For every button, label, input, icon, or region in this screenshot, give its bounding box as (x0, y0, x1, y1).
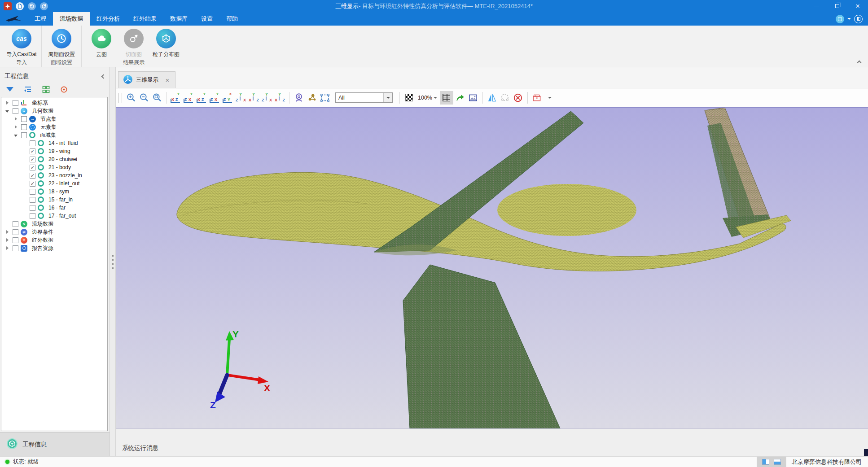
view-iso-1-icon[interactable] (235, 92, 247, 104)
camera-icon[interactable] (293, 91, 305, 105)
collapse-panel-icon[interactable] (101, 74, 106, 79)
expand-arrow-icon[interactable] (4, 229, 10, 235)
outline-list-icon[interactable] (23, 85, 32, 94)
tree-item-face-22-inlet-out[interactable]: 22 - inlet_out (1, 179, 107, 188)
tree-item-face-16-far[interactable]: 16 - far (1, 204, 107, 212)
3d-viewport[interactable]: Y X Z (116, 108, 868, 428)
theme-dropdown-icon[interactable] (847, 18, 851, 22)
mesh-toggle-button[interactable] (440, 91, 453, 105)
export-dropdown-icon[interactable] (544, 91, 556, 105)
redo-view-icon[interactable] (454, 91, 466, 105)
contour-plot-button[interactable]: 云图 (85, 26, 118, 58)
app-icon[interactable] (4, 2, 12, 10)
checkbox[interactable] (30, 205, 35, 211)
mirror-icon[interactable] (486, 91, 498, 105)
tree-item-face-15-far-in[interactable]: 15 - far_in (1, 196, 107, 204)
checkbox[interactable] (13, 237, 18, 243)
tree-item-infrared-data[interactable]: 红外数据 (1, 236, 107, 244)
tree-item-report-resources[interactable]: 报告资源 (1, 244, 107, 252)
snapshot-icon[interactable] (467, 91, 479, 105)
box-select-icon[interactable] (319, 91, 331, 105)
new-document-button[interactable] (16, 2, 24, 10)
theme-button[interactable] (836, 15, 844, 23)
particle-distribution-button[interactable]: 粒子分布图 (150, 26, 182, 58)
checkbox[interactable] (13, 108, 18, 114)
tree-item-face-set[interactable]: 面域集 (1, 131, 107, 139)
redo-button[interactable] (40, 2, 48, 10)
minimize-button[interactable] (806, 0, 827, 12)
expand-arrow-icon[interactable] (4, 237, 10, 243)
collapse-ribbon-button[interactable] (856, 60, 862, 64)
menu-item-infrared-analysis[interactable]: 红外分析 (90, 12, 127, 26)
restore-button[interactable] (827, 0, 847, 12)
tab-3d-view[interactable]: 三维显示 (118, 71, 175, 88)
checkbox[interactable] (30, 140, 35, 146)
undo-button[interactable] (28, 2, 36, 10)
view-right-icon[interactable] (209, 92, 221, 104)
tree-item-face-21-body[interactable]: 21 - body (1, 163, 107, 171)
panel-splitter[interactable] (110, 67, 116, 456)
view-top-icon[interactable] (222, 92, 234, 104)
menu-item-flow-field-data[interactable]: 流场数据 (53, 12, 90, 26)
zoom-in-icon[interactable] (125, 91, 137, 105)
tree-item-face-17-far-out[interactable]: 17 - far_out (1, 212, 107, 220)
export-box-icon[interactable] (531, 91, 543, 105)
tree-item-face-14-int-fluid[interactable]: 14 - int_fluid (1, 139, 107, 147)
toolbar-grip[interactable] (118, 93, 122, 103)
combo-dropdown-button[interactable] (383, 93, 392, 102)
import-cas-dat-button[interactable]: cas导入Cas/Dat (5, 26, 38, 58)
display-filter-select[interactable]: All (335, 92, 393, 103)
tree-item-element-set[interactable]: 元素集 (1, 123, 107, 131)
menu-item-infrared-results[interactable]: 红外结果 (127, 12, 163, 26)
checkbox[interactable] (13, 245, 18, 251)
filter-icon[interactable] (5, 85, 14, 94)
close-button[interactable] (847, 0, 868, 12)
expand-arrow-icon[interactable] (4, 245, 10, 251)
checkbox[interactable] (13, 221, 18, 227)
tree-item-face-18-sym[interactable]: 18 - sym (1, 188, 107, 196)
tree-item-boundary-conditions[interactable]: 边界条件 (1, 228, 107, 236)
checkbox[interactable] (30, 148, 35, 154)
tree-item-coordinate-system[interactable]: 坐标系 (1, 99, 107, 107)
menu-item-help[interactable]: 帮助 (219, 12, 245, 26)
expand-arrow-icon[interactable] (4, 100, 10, 106)
zoom-fit-icon[interactable] (151, 91, 163, 105)
view-iso-2-icon[interactable] (248, 92, 260, 104)
transparency-checker-icon[interactable] (403, 91, 415, 105)
view-front-icon[interactable] (170, 92, 182, 104)
checkbox[interactable] (21, 132, 27, 138)
tree-item-face-19-wing[interactable]: 19 - wing (1, 147, 107, 155)
close-tab-icon[interactable] (164, 77, 171, 83)
menu-item-database[interactable]: 数据库 (163, 12, 194, 26)
expand-arrow-icon[interactable] (13, 124, 19, 130)
view-left-icon[interactable] (196, 92, 208, 104)
panel-bottom-bar[interactable]: 工程信息 (0, 432, 110, 456)
checkbox[interactable] (30, 197, 35, 203)
view-iso-4-icon[interactable] (274, 92, 286, 104)
lasso-icon[interactable] (499, 91, 511, 105)
menu-item-project[interactable]: 工程 (28, 12, 53, 26)
tree-item-face-23-nozzle-in[interactable]: 23 - nozzle_in (1, 171, 107, 179)
checkbox[interactable] (21, 124, 27, 130)
zoom-out-icon[interactable] (138, 91, 150, 105)
checkbox[interactable] (30, 157, 35, 162)
layout-left-panel-icon[interactable] (762, 459, 769, 465)
view-iso-3-icon[interactable] (261, 92, 273, 104)
tree-item-geometry-data[interactable]: 几何数据 (1, 107, 107, 115)
menu-item-settings[interactable]: 设置 (194, 12, 219, 26)
expand-arrow-icon[interactable] (13, 116, 19, 122)
checkbox[interactable] (13, 100, 18, 106)
target-icon[interactable] (59, 85, 68, 94)
checkbox[interactable] (21, 116, 27, 122)
grid-view-icon[interactable] (41, 85, 50, 94)
checkbox[interactable] (13, 229, 18, 235)
layout-bottom-panel-icon[interactable] (774, 459, 781, 465)
checkbox[interactable] (30, 181, 35, 187)
checkbox[interactable] (30, 189, 35, 195)
transparency-percent-button[interactable]: 100% (416, 91, 439, 105)
checkbox[interactable] (30, 165, 35, 170)
collapse-arrow-icon[interactable] (13, 132, 19, 138)
checkbox[interactable] (30, 213, 35, 219)
tree-item-node-set[interactable]: 节点集 (1, 115, 107, 123)
style-button[interactable] (854, 15, 863, 23)
